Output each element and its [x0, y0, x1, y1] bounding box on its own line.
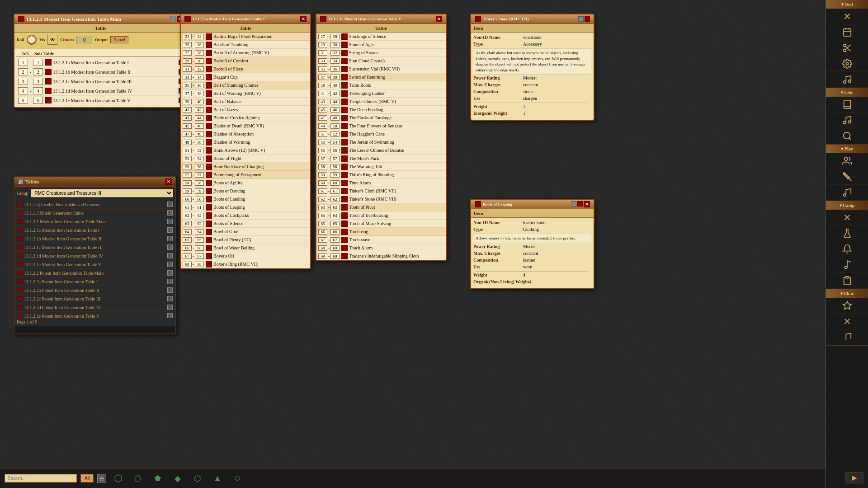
table-row[interactable]: 31 - 32 String of Snares — [316, 49, 446, 57]
play-btn-music2[interactable] — [826, 185, 868, 201]
panel-table1-scroll[interactable]: 23 - 24 Baldric Bag of Food Preparation … — [181, 33, 310, 268]
table-row[interactable]: 35 - 36 Bell of Stunning Chimes — [181, 81, 310, 89]
lock-icon[interactable] — [170, 16, 175, 21]
table-row[interactable]: 35 - 36 Suspension Vial (RMC VII) — [316, 65, 446, 73]
table-row[interactable]: 45 - 46 The Deep Feedbag — [316, 106, 446, 114]
camp-btn-flask[interactable] — [826, 225, 868, 241]
subtable-row[interactable]: 2 - 2 13.1.2.1b Modest Item Generation T… — [16, 67, 185, 77]
table-row[interactable]: 49 - 50 The Four Flowers of Sonakar — [316, 122, 446, 130]
table-row[interactable]: 55 - 56 The Lesser Chimes of Bosatsu — [316, 146, 446, 155]
table-row[interactable]: 66 - 66 Bowl of Water Boiling — [181, 244, 310, 252]
tool-btn-calendar[interactable] — [826, 24, 868, 40]
list-item-nav[interactable]: › — [167, 279, 173, 284]
red-icon-2[interactable] — [577, 201, 583, 206]
char-btn-music4[interactable] — [826, 329, 868, 345]
roll-button[interactable] — [27, 35, 37, 45]
question-icon[interactable]: ? — [18, 179, 24, 184]
list-item[interactable]: 13.1.2.2b Potent Item Generation Table I… — [14, 286, 175, 295]
list-icon[interactable] — [97, 474, 106, 483]
tool-btn-cut[interactable] — [826, 40, 868, 56]
libr-btn-music[interactable] — [826, 113, 868, 128]
table-row[interactable]: 47 - 48 Blanket of Absorption — [181, 130, 310, 138]
list-item-nav[interactable]: › — [167, 202, 173, 207]
table-row[interactable]: 49 - 50 Blanket of Warming — [181, 138, 310, 146]
subtable-row[interactable]: 1 - 1 13.1.2.1a Modest Item Generation T… — [16, 58, 185, 67]
table-row[interactable]: 58 - 58 Boots of Agility — [181, 179, 310, 187]
table-row[interactable]: 60 - 60 Boots of Landing — [181, 195, 310, 203]
table-row[interactable]: 67 - 67 Torch-stave — [316, 236, 446, 244]
camp-btn-bell[interactable] — [826, 241, 868, 257]
table-row[interactable]: 47 - 48 The Flasks of Tarakuge — [316, 114, 446, 122]
all-button[interactable]: All — [80, 474, 94, 483]
table-row[interactable]: 41 - 42 Belt of Gazes — [181, 106, 310, 114]
list-item[interactable]: 13.1.2.2a Potent Item Generation Table I… — [14, 277, 175, 286]
table-row[interactable]: 63 - 63 Boots of Silence — [181, 220, 310, 228]
libr-btn-search[interactable] — [826, 128, 868, 144]
play-btn-users[interactable] — [826, 153, 868, 169]
panel-table5-scroll[interactable]: 27 - 28 Stockings of Silence 29 - 30 Sto… — [316, 33, 446, 260]
table-row[interactable]: 51 - 52 Blink Arrows (12) (RMC V) — [181, 146, 310, 155]
table-row[interactable]: 31 - 32 Bedroll of Sleep — [181, 65, 310, 73]
red-icon-1[interactable] — [585, 16, 590, 22]
list-item-nav[interactable]: › — [167, 236, 173, 241]
play-btn-sword[interactable] — [826, 169, 868, 185]
table-row[interactable]: 69 - 69 Tradene's Indefatigable Slipping… — [316, 252, 446, 260]
subtable-row[interactable]: 4 - 4 13.1.2.1d Modest Item Generation T… — [16, 86, 185, 96]
play-button-bottom[interactable]: ▶ — [845, 472, 863, 483]
table-row[interactable]: 23 - 24 Baldric Bag of Food Preparation — [181, 33, 310, 41]
table-row[interactable]: 60 - 60 Time Alarm — [316, 179, 446, 187]
search-input[interactable] — [5, 474, 77, 483]
custom-input[interactable] — [76, 37, 92, 43]
table-row[interactable]: 51 - 52 The Haggler's Cane — [316, 130, 446, 138]
dice-d10[interactable]: ⬟ — [150, 470, 166, 487]
dice-d20[interactable]: ⬡ — [110, 470, 126, 487]
dice-d4[interactable]: ▲ — [209, 470, 226, 487]
panel-table1-close[interactable]: ✕ — [300, 16, 307, 22]
list-item[interactable]: 13.1.2.2d Potent Item Generation Table I… — [14, 303, 175, 312]
panel-table5-close[interactable]: ✕ — [436, 16, 442, 22]
parcel-button[interactable]: Parcel — [110, 36, 128, 43]
list-item[interactable]: 13.1.2.2 Potent Item Generation Table Ma… — [14, 269, 175, 277]
table-row[interactable]: 64 - 64 Torch of Everburning — [316, 211, 446, 220]
list-item[interactable]: 13.1.1.3 Shield Generation Table › — [14, 209, 175, 217]
table-row[interactable]: 65 - 65 Torch of Maze-Solving — [316, 220, 446, 228]
list-item-nav[interactable]: › — [167, 244, 173, 250]
lock-icon-2[interactable] — [571, 201, 576, 206]
camp-btn-music3[interactable] — [826, 257, 868, 273]
table-row[interactable]: 33 - 34 Beggar's Cup — [181, 73, 310, 81]
lock-icon-1[interactable] — [578, 16, 584, 22]
table-row[interactable]: 62 - 62 Boots of Lockpicks — [181, 211, 310, 220]
libr-btn-book[interactable] — [826, 97, 868, 113]
list-item-nav[interactable]: › — [167, 305, 173, 310]
table-row[interactable]: 37 - 38 Bell of Warning (RMC V) — [181, 89, 310, 98]
table-row[interactable]: 57 - 57 Boomerang of Entrapment — [181, 171, 310, 179]
table-row[interactable]: 25 - 26 Bands of Tumbling — [181, 41, 310, 49]
list-item-nav[interactable]: › — [167, 227, 173, 233]
list-item[interactable]: 13.1.2.2c Potent Item Generation Table I… — [14, 295, 175, 303]
table-row[interactable]: 39 - 40 Belt of Balance — [181, 98, 310, 106]
list-item-nav[interactable]: › — [167, 262, 173, 267]
table-row[interactable]: 55 - 56 Bone Necklace of Charging — [181, 163, 310, 171]
table-row[interactable]: 43 - 44 Temple Chimes (RMC V) — [316, 98, 446, 106]
table-row[interactable]: 57 - 57 The Mule's Pack — [316, 155, 446, 163]
list-item[interactable]: 13.1.2.1 Modest Item Generation Table Ma… — [14, 217, 175, 226]
panel-tables-close[interactable]: ✕ — [165, 178, 172, 185]
panel-item2-close[interactable]: ✕ — [584, 201, 590, 207]
table-row[interactable]: 45 - 46 Blades of Death (RMC VII) — [181, 122, 310, 130]
table-row[interactable]: 63 - 63 Tooth of Pivot — [316, 203, 446, 211]
list-item[interactable]: 13.1.2.1d Modest Item Generation Table I… — [14, 252, 175, 260]
table-row[interactable]: 59 - 59 Thiru's Ring of Shouting — [316, 171, 446, 179]
list-item-nav[interactable]: › — [167, 219, 173, 224]
tool-btn-gear[interactable] — [826, 56, 868, 72]
eye-button[interactable]: 👁 — [47, 35, 57, 45]
list-item-nav[interactable]: › — [167, 287, 173, 293]
table-row[interactable]: 53 - 54 Board of Flight — [181, 155, 310, 163]
table-row[interactable]: 39 - 40 Talon Boots — [316, 81, 446, 89]
list-item-nav[interactable]: › — [167, 313, 173, 318]
table-row[interactable]: 61 - 61 Boots of Leaping — [181, 203, 310, 211]
char-btn-star[interactable] — [826, 298, 868, 314]
char-btn-x2[interactable] — [826, 314, 868, 329]
camp-btn-clipboard[interactable] — [826, 273, 868, 289]
list-item[interactable]: 13.1.2.1e Modest Item Generation Table V… — [14, 260, 175, 269]
table-row[interactable]: 58 - 58 The Warming Tub — [316, 163, 446, 171]
